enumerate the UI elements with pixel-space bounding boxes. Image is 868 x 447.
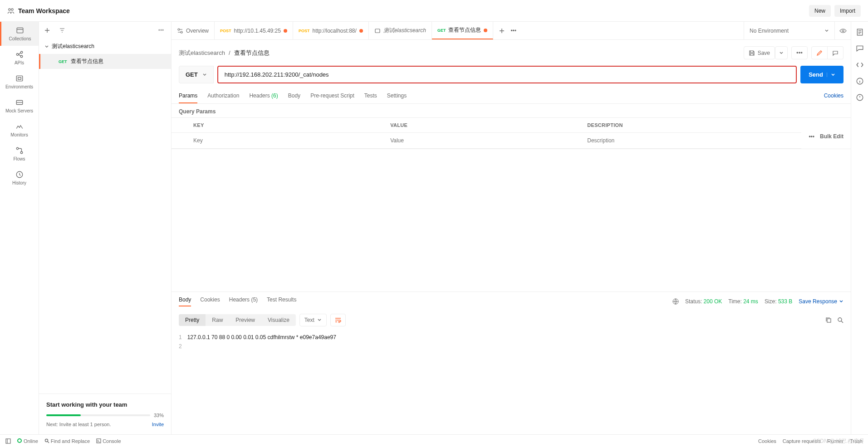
right-rail — [851, 22, 868, 434]
cookies-link[interactable]: Cookies — [824, 89, 843, 103]
status-label: Status: 200 OK — [685, 298, 722, 305]
svg-rect-6 — [16, 76, 23, 81]
rail-monitors[interactable]: Monitors — [0, 118, 39, 142]
invite-link[interactable]: Invite — [152, 422, 164, 427]
method-dropdown[interactable]: GET — [179, 66, 214, 83]
save-icon — [749, 50, 755, 56]
import-button[interactable]: Import — [834, 5, 861, 17]
environment-select[interactable]: No Environment — [744, 22, 834, 39]
runner-button[interactable]: Runner — [827, 438, 843, 444]
console-button[interactable]: Console — [96, 438, 121, 444]
capture-requests[interactable]: Capture requests — [783, 438, 821, 444]
svg-rect-7 — [18, 78, 21, 80]
environment-eye-icon[interactable] — [834, 22, 851, 39]
response-body[interactable]: 12 127.0.0.1 70 88 0 0.00 0.01 0.05 cdfh… — [172, 329, 851, 434]
tab-bar: Overview POST http://10.1.45.49:25 POST … — [172, 22, 851, 40]
code-icon[interactable] — [856, 61, 864, 69]
reqtab-auth[interactable]: Authorization — [207, 89, 239, 103]
rail-apis[interactable]: APIs — [0, 46, 39, 70]
svg-rect-14 — [375, 29, 380, 33]
rail-flows[interactable]: Flows — [0, 142, 39, 166]
sidebar-add-icon[interactable] — [43, 26, 52, 35]
request-more-icon[interactable]: ••• — [791, 46, 808, 59]
svg-point-10 — [20, 151, 23, 154]
view-mode-pill: Pretty Raw Preview Visualize — [179, 314, 296, 326]
svg-rect-22 — [6, 439, 10, 443]
breadcrumb-parent[interactable]: 测试elasticsearch — [179, 49, 225, 57]
breadcrumb-current: 查看节点信息 — [234, 49, 270, 57]
panel-toggle-icon[interactable] — [5, 438, 11, 444]
trash-button[interactable]: Trash — [850, 438, 863, 444]
tab-post-1[interactable]: POST http://10.1.45.49:25 — [215, 22, 293, 39]
online-status[interactable]: Online — [17, 438, 38, 444]
new-button[interactable]: New — [809, 5, 831, 17]
tab-overview[interactable]: Overview — [172, 22, 215, 39]
find-replace-button[interactable]: Find and Replace — [44, 438, 90, 444]
monitors-icon — [15, 122, 24, 131]
format-select[interactable]: Text — [299, 314, 327, 326]
tab-post-2[interactable]: POST http://localhost:88/ — [293, 22, 369, 39]
qp-more-icon[interactable]: ••• — [809, 133, 814, 140]
collection-folder[interactable]: 测试elasticsearch — [39, 39, 171, 54]
qp-desc-input[interactable] — [582, 133, 779, 148]
qp-key-input[interactable] — [188, 133, 385, 148]
size-label: Size: 533 B — [765, 298, 792, 305]
copy-icon[interactable] — [825, 317, 832, 323]
team-hint-card: Start working with your team 33% Next: I… — [39, 394, 171, 434]
hint-title: Start working with your team — [46, 401, 164, 408]
view-raw[interactable]: Raw — [206, 314, 229, 326]
save-dropdown[interactable] — [775, 46, 788, 59]
tab-active-request[interactable]: GET 查看节点信息 — [432, 22, 494, 39]
docs-icon[interactable] — [856, 28, 864, 36]
restab-body[interactable]: Body — [179, 296, 191, 306]
new-tab-icon[interactable] — [499, 28, 505, 34]
unsaved-dot-icon — [484, 29, 487, 32]
rail-environments[interactable]: Environments — [0, 70, 39, 94]
svg-rect-17 — [827, 319, 831, 322]
svg-point-18 — [838, 318, 842, 321]
reqtab-tests[interactable]: Tests — [364, 89, 377, 103]
wrap-toggle[interactable] — [330, 314, 346, 326]
edit-button[interactable] — [811, 46, 828, 59]
tab-more-icon[interactable]: ••• — [510, 28, 516, 34]
globe-icon[interactable] — [672, 298, 679, 305]
search-icon[interactable] — [837, 317, 843, 323]
qp-value-input[interactable] — [385, 133, 582, 148]
rail-collections[interactable]: Collections — [0, 22, 39, 46]
related-icon[interactable] — [856, 93, 864, 102]
reqtab-headers[interactable]: Headers (6) — [249, 89, 278, 103]
rail-history[interactable]: History — [0, 166, 39, 190]
info-icon[interactable] — [856, 77, 864, 85]
tab-collection[interactable]: 测试elasticsearch — [369, 22, 432, 39]
save-button[interactable]: Save — [744, 46, 775, 59]
chevron-down-icon — [202, 73, 207, 77]
restab-test[interactable]: Test Results — [267, 296, 296, 306]
sidebar-filter[interactable] — [55, 25, 151, 35]
bulk-edit-button[interactable]: Bulk Edit — [820, 133, 843, 140]
reqtab-prereq[interactable]: Pre-request Script — [310, 89, 354, 103]
restab-cookies[interactable]: Cookies — [200, 296, 220, 306]
reqtab-params[interactable]: Params — [179, 89, 197, 103]
reqtab-settings[interactable]: Settings — [387, 89, 407, 103]
comment-button[interactable] — [828, 46, 843, 59]
save-response-button[interactable]: Save Response — [799, 298, 843, 305]
svg-point-15 — [842, 30, 844, 32]
request-item[interactable]: GET 查看节点信息 — [39, 54, 171, 69]
environments-icon — [15, 74, 24, 83]
rail-mock[interactable]: Mock Servers — [0, 94, 39, 118]
url-input[interactable] — [218, 67, 796, 83]
view-visualize[interactable]: Visualize — [261, 314, 296, 326]
workspace-icon — [7, 7, 15, 15]
view-pretty[interactable]: Pretty — [179, 314, 206, 326]
chevron-down-icon — [44, 44, 49, 49]
svg-point-0 — [9, 8, 10, 10]
svg-point-9 — [16, 147, 19, 150]
comments-icon[interactable] — [856, 44, 864, 53]
view-preview[interactable]: Preview — [229, 314, 261, 326]
footer-cookies[interactable]: Cookies — [758, 438, 776, 444]
send-button[interactable]: Send — [800, 66, 843, 83]
reqtab-body[interactable]: Body — [288, 89, 300, 103]
sidebar-options-icon[interactable]: ••• — [155, 27, 167, 34]
restab-headers[interactable]: Headers (5) — [229, 296, 258, 306]
svg-point-13 — [181, 31, 182, 33]
